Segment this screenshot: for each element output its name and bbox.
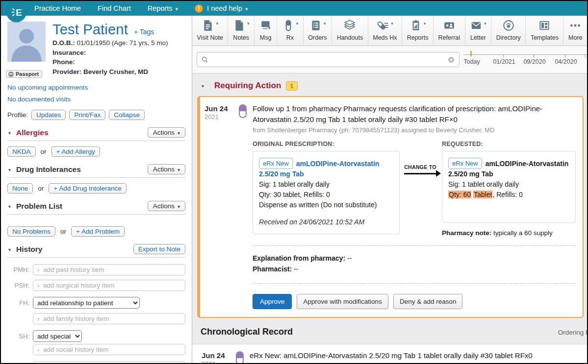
chevron-down-icon[interactable] bbox=[8, 204, 11, 209]
requiring-action-header: Requiring Action 1 bbox=[192, 73, 587, 95]
nav-find-chart[interactable]: Find Chart bbox=[98, 4, 131, 12]
chevron-down-icon[interactable] bbox=[8, 247, 11, 252]
meds-history-icon bbox=[377, 19, 389, 32]
export-to-note-button[interactable]: Export to Note bbox=[133, 244, 185, 254]
problem-list-actions-button[interactable]: Actions bbox=[148, 201, 185, 211]
chronological-record-list: Jun 24 2021 eRx New: amLODIPine-Atorvast… bbox=[192, 344, 587, 364]
print-fax-button[interactable]: Print/Fax bbox=[69, 110, 105, 120]
sh-input[interactable] bbox=[33, 344, 185, 355]
chart-search-box[interactable] bbox=[197, 52, 460, 67]
add-tags-link[interactable]: + Tags bbox=[134, 28, 154, 36]
chevron-down-icon[interactable] bbox=[202, 83, 204, 89]
fh-input[interactable] bbox=[33, 313, 185, 324]
ordering-control[interactable]: Ordering E bbox=[558, 329, 588, 336]
msg-button[interactable]: Msg bbox=[255, 16, 277, 46]
sh-label: SH: bbox=[7, 333, 29, 340]
help-menu[interactable]: ! I need help bbox=[195, 4, 248, 13]
chevron-down-icon[interactable] bbox=[8, 130, 11, 136]
no-appointments-link[interactable]: No upcoming appointments bbox=[7, 82, 185, 94]
collapse-button[interactable]: Collapse bbox=[109, 110, 145, 120]
cogn-input[interactable] bbox=[33, 361, 185, 363]
svg-text:E: E bbox=[16, 7, 22, 18]
timeline-label-today[interactable]: Today bbox=[463, 58, 480, 65]
fh-relationship-select[interactable]: add relationship to patient bbox=[33, 297, 140, 309]
psh-label: PSH: bbox=[7, 282, 29, 289]
alert-icon: ! bbox=[195, 4, 203, 13]
referral-icon bbox=[443, 19, 456, 32]
erx-new-badge: eRx New bbox=[259, 158, 293, 170]
add-drug-intolerance-button[interactable]: + Add Drug Intolerance bbox=[49, 183, 126, 194]
add-problem-button[interactable]: + Add Problem bbox=[71, 226, 125, 237]
chronological-record-header: Chronological Record Ordering E bbox=[192, 318, 587, 344]
dob-value: 01/01/1950 (Age: 71 yrs, 5 mo) bbox=[75, 39, 168, 47]
letter-button[interactable]: Letter bbox=[465, 16, 492, 46]
fh-label: FH: bbox=[7, 299, 29, 307]
updates-button[interactable]: Updates bbox=[31, 110, 66, 120]
orders-button[interactable]: Orders bbox=[304, 16, 332, 46]
patient-avatar bbox=[7, 22, 46, 62]
entry-date: Jun 24 bbox=[202, 351, 230, 360]
search-input[interactable] bbox=[212, 56, 447, 64]
chart-timeline[interactable]: Today 01/2021 09/2020 04/2020 bbox=[463, 46, 587, 73]
profile-label: Profile: bbox=[7, 111, 28, 119]
allergies-actions-button[interactable]: Actions bbox=[148, 127, 185, 138]
nav-reports[interactable]: Reports bbox=[148, 4, 178, 12]
passport-toggle[interactable]: Passport bbox=[6, 70, 42, 78]
templates-button[interactable]: Templates bbox=[526, 16, 563, 46]
requiring-action-count-badge: 1 bbox=[286, 81, 297, 91]
pharmacy-note: Pharmacy note: typically a 60 supply bbox=[442, 229, 576, 237]
notes-button[interactable]: Notes bbox=[228, 16, 255, 46]
pmh-input[interactable] bbox=[33, 264, 185, 275]
handouts-button[interactable]: Handouts bbox=[332, 16, 368, 46]
approve-with-modifications-button[interactable]: Approve with modifications bbox=[297, 294, 388, 309]
request-subtitle: from Shollenberger Pharmacy (ph: 7079845… bbox=[253, 126, 576, 134]
timeline-label[interactable]: 01/2021 bbox=[493, 58, 515, 65]
original-sig: Sig: 1 tablet orally daily bbox=[259, 179, 393, 190]
templates-icon bbox=[538, 19, 551, 32]
reports-button[interactable]: Reports bbox=[402, 16, 434, 46]
clear-search-icon[interactable] bbox=[447, 56, 455, 64]
sh-special-select[interactable]: add special bbox=[33, 330, 82, 342]
rx-pill-icon bbox=[282, 19, 295, 32]
original-prescription-box: eRx NewamLODIPine-Atorvastatin 2.5/20 mg… bbox=[253, 151, 400, 235]
no-problems-button[interactable]: No Problems bbox=[7, 226, 55, 237]
timeline-label[interactable]: 09/2020 bbox=[523, 58, 545, 65]
patient-name: Test Patient bbox=[52, 22, 128, 38]
visit-note-button[interactable]: Visit Note bbox=[192, 16, 228, 46]
right-arrow-icon bbox=[404, 173, 436, 174]
nkda-button[interactable]: NKDA bbox=[7, 146, 36, 157]
request-title: Follow up 1 from pharmacy Pharmacy reque… bbox=[253, 103, 576, 125]
timeline-label[interactable]: 04/2020 bbox=[555, 58, 577, 65]
no-visits-link[interactable]: No documented visits bbox=[7, 94, 185, 105]
minus-icon bbox=[8, 72, 14, 77]
requested-label: REQUESTED: bbox=[442, 141, 576, 147]
timeline-axis bbox=[463, 54, 587, 55]
timeline-tick bbox=[585, 54, 586, 58]
directory-button[interactable]: Directory bbox=[491, 16, 526, 46]
meds-hx-button[interactable]: Meds Hx bbox=[368, 16, 402, 46]
original-prescription-label: ORIGINAL PRESCRIPTION: bbox=[253, 141, 400, 147]
dob-label: D.O.B.: bbox=[52, 39, 75, 47]
nav-practice-home[interactable]: Practice Home bbox=[34, 4, 81, 12]
none-button[interactable]: None bbox=[7, 183, 33, 194]
approve-button[interactable]: Approve bbox=[253, 294, 292, 309]
entry-year: 2021 bbox=[202, 360, 230, 364]
psh-input[interactable] bbox=[33, 280, 185, 291]
pharmacist-line: Pharmacist: -- bbox=[253, 264, 576, 274]
handouts-icon bbox=[343, 19, 356, 32]
more-button[interactable]: More bbox=[563, 16, 587, 46]
requested-prescription-box: eRx NewamLODIPine-Atorvastatin 2.5/20 mg… bbox=[442, 151, 576, 223]
add-allergy-button[interactable]: + Add Allergy bbox=[51, 146, 100, 157]
elation-logo-icon[interactable]: E bbox=[6, 2, 26, 22]
chevron-down-icon[interactable] bbox=[8, 167, 11, 172]
directory-icon bbox=[502, 19, 515, 32]
original-daw: Dispense as written (Do not substitute) bbox=[259, 200, 393, 210]
deny-add-reason-button[interactable]: Deny & add reason bbox=[393, 294, 463, 309]
change-to-label: CHANGE TO bbox=[404, 164, 436, 170]
drug-intolerances-actions-button[interactable]: Actions bbox=[148, 164, 185, 174]
message-icon bbox=[259, 19, 272, 32]
timeline-tick bbox=[534, 54, 534, 58]
rx-button[interactable]: Rx bbox=[277, 16, 304, 46]
referral-button[interactable]: Referral bbox=[434, 16, 465, 46]
record-entry[interactable]: Jun 24 2021 eRx New: amLODIPine-Atorvast… bbox=[197, 350, 580, 364]
